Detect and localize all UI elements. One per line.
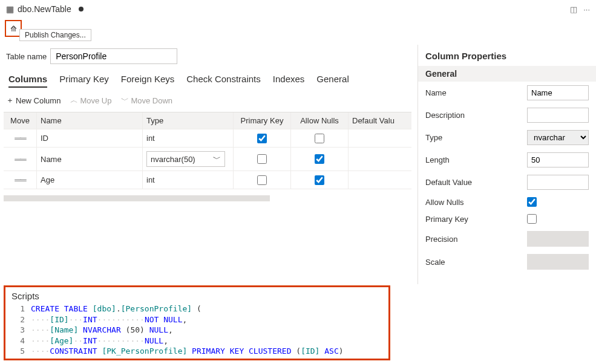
nulls-checkbox[interactable] [315, 175, 324, 185]
prop-length-label: Length [425, 155, 522, 164]
drag-handle-icon[interactable]: ══ [15, 154, 25, 164]
column-properties-pane: Column Properties General Name Descripti… [418, 45, 596, 284]
pk-checkbox[interactable] [257, 175, 267, 185]
tab-columns[interactable]: Columns [8, 74, 47, 88]
designer-tabs: ColumnsPrimary KeyForeign KeysCheck Cons… [0, 68, 418, 91]
scripts-title: Scripts [11, 291, 382, 301]
editor-tab-title: dbo.NewTable [18, 4, 71, 14]
properties-header: Column Properties [418, 45, 596, 66]
prop-default-input[interactable] [527, 175, 589, 190]
move-down-button[interactable]: ﹀ Move Down [121, 95, 172, 106]
table-row[interactable]: ══Ageint [4, 171, 411, 189]
table-icon: ▦ [6, 4, 14, 14]
col-header-nulls: Allow Nulls [291, 112, 349, 129]
col-header-type: Type [143, 112, 234, 129]
cell-name[interactable]: ID [37, 129, 143, 147]
split-editor-icon[interactable]: ◫ [570, 5, 577, 14]
prop-description-label: Description [425, 111, 522, 120]
table-name-label: Table name [6, 52, 47, 61]
cell-name[interactable]: Name [37, 148, 143, 171]
columns-grid: Move Name Type Primary Key Allow Nulls D… [4, 112, 411, 189]
prop-precision-label: Precision [425, 235, 522, 244]
horizontal-scrollbar[interactable] [4, 195, 270, 201]
tab-check-constraints[interactable]: Check Constraints [186, 74, 261, 88]
prop-name-input[interactable] [527, 85, 589, 100]
table-row[interactable]: ══Namenvarchar(50)﹀ [4, 148, 411, 171]
chevron-up-icon: ︿ [70, 95, 78, 106]
more-actions-icon[interactable]: ··· [583, 5, 590, 14]
toolbar: ⟰ Publish Changes... [0, 18, 596, 45]
prop-type-label: Type [425, 133, 522, 142]
table-name-input[interactable] [50, 48, 177, 64]
cell-type[interactable]: int [143, 171, 234, 189]
pk-checkbox[interactable] [257, 134, 267, 143]
cell-default[interactable] [349, 148, 409, 171]
publish-tooltip: Publish Changes... [19, 29, 91, 41]
tab-indexes[interactable]: Indexes [273, 74, 305, 88]
tab-general[interactable]: General [316, 74, 349, 88]
type-select[interactable]: nvarchar(50)﹀ [146, 151, 225, 167]
prop-scale-readonly [527, 254, 589, 270]
drag-handle-icon[interactable]: ══ [15, 175, 25, 185]
cell-default[interactable] [349, 171, 409, 189]
prop-name-label: Name [425, 88, 522, 97]
col-header-pk: Primary Key [234, 112, 291, 129]
move-up-button[interactable]: ︿ Move Up [70, 95, 111, 106]
grid-header: Move Name Type Primary Key Allow Nulls D… [4, 112, 411, 129]
col-header-name: Name [37, 112, 143, 129]
prop-description-input[interactable] [527, 108, 589, 123]
new-column-button[interactable]: ＋ New Column [6, 95, 61, 106]
publish-icon: ⟰ [10, 24, 17, 33]
prop-pk-label: Primary Key [425, 215, 522, 224]
plus-icon: ＋ [6, 95, 14, 106]
nulls-checkbox[interactable] [315, 134, 324, 143]
tab-foreign-keys[interactable]: Foreign Keys [121, 74, 174, 88]
col-header-move: Move [4, 112, 37, 129]
tab-primary-key[interactable]: Primary Key [59, 74, 109, 88]
prop-scale-label: Scale [425, 258, 522, 267]
prop-type-select[interactable]: nvarchar [527, 130, 589, 145]
properties-section-general: General [418, 66, 596, 82]
prop-precision-readonly [527, 231, 589, 247]
dirty-indicator-icon [79, 7, 84, 11]
prop-length-input[interactable] [527, 152, 589, 167]
cell-default[interactable] [349, 129, 409, 147]
col-header-default: Default Valu [349, 112, 409, 129]
prop-nulls-label: Allow Nulls [425, 198, 522, 207]
cell-type[interactable]: nvarchar(50)﹀ [143, 148, 234, 171]
table-row[interactable]: ══IDint [4, 129, 411, 148]
drag-handle-icon[interactable]: ══ [15, 133, 25, 143]
pk-checkbox[interactable] [257, 154, 267, 164]
sql-script[interactable]: 1CREATE TABLE [dbo].[PersonProfile] ( 2·… [11, 304, 382, 357]
title-bar: ▦ dbo.NewTable ◫ ··· [0, 0, 596, 18]
prop-default-label: Default Value [425, 178, 522, 187]
scripts-pane: Scripts 1CREATE TABLE [dbo].[PersonProfi… [4, 285, 390, 360]
editor-tab[interactable]: ▦ dbo.NewTable [6, 4, 84, 14]
prop-nulls-checkbox[interactable] [527, 197, 537, 207]
nulls-checkbox[interactable] [315, 154, 324, 164]
chevron-down-icon: ﹀ [121, 95, 129, 106]
chevron-down-icon: ﹀ [213, 154, 221, 164]
cell-type[interactable]: int [143, 129, 234, 147]
prop-pk-checkbox[interactable] [527, 214, 537, 224]
cell-name[interactable]: Age [37, 171, 143, 189]
